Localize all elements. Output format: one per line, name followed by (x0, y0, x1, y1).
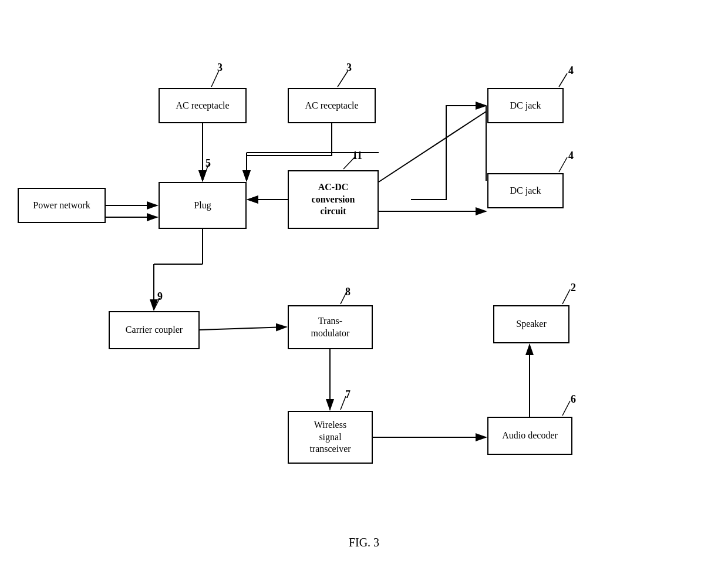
power-network-box: Power network (18, 188, 106, 223)
label-7: 7 (345, 389, 350, 401)
label-9: 9 (157, 291, 163, 303)
wireless-transceiver-label: Wirelesssignaltransceiver (309, 419, 350, 455)
ac-receptacle-2-label: AC receptacle (305, 100, 358, 112)
transmodulator-label: Trans-modulator (311, 315, 350, 340)
label-3a: 3 (217, 62, 223, 74)
speaker-box: Speaker (493, 305, 569, 343)
dc-jack-1-box: DC jack (487, 88, 564, 123)
ac-receptacle-1-box: AC receptacle (159, 88, 247, 123)
label-4a: 4 (568, 65, 574, 77)
diagram-container: Power network AC receptacle AC receptacl… (0, 0, 728, 567)
svg-line-24 (559, 157, 567, 172)
arrows-svg-clean (0, 0, 728, 567)
ac-receptacle-2-box: AC receptacle (288, 88, 376, 123)
carrier-coupler-box: Carrier coupler (109, 311, 200, 349)
label-8: 8 (345, 286, 350, 298)
label-3b: 3 (346, 62, 352, 74)
svg-line-23 (559, 73, 567, 87)
dc-jack-2-box: DC jack (487, 173, 564, 208)
dc-jack-2-label: DC jack (510, 185, 541, 197)
speaker-label: Speaker (516, 318, 547, 330)
svg-line-7 (379, 112, 486, 182)
dc-jack-1-label: DC jack (510, 100, 541, 112)
carrier-coupler-label: Carrier coupler (126, 324, 183, 336)
label-2: 2 (571, 282, 576, 294)
svg-line-31 (562, 401, 570, 416)
label-5: 5 (205, 157, 211, 170)
plug-label: Plug (194, 200, 211, 212)
ac-receptacle-1-label: AC receptacle (176, 100, 229, 112)
transmodulator-box: Trans-modulator (288, 305, 373, 349)
ac-dc-label: AC-DCconversioncircuit (312, 181, 355, 218)
arrows-svg (0, 0, 728, 567)
power-network-label: Power network (33, 200, 90, 212)
svg-line-17 (200, 327, 287, 330)
svg-line-30 (562, 289, 570, 304)
ac-dc-box: AC-DCconversioncircuit (288, 170, 379, 229)
audio-decoder-label: Audio decoder (502, 430, 558, 442)
audio-decoder-box: Audio decoder (487, 417, 572, 455)
label-6: 6 (571, 393, 576, 406)
plug-box: Plug (159, 182, 247, 229)
label-11: 11 (352, 150, 362, 162)
wireless-transceiver-box: Wirelesssignaltransceiver (288, 411, 373, 464)
label-4b: 4 (568, 150, 574, 162)
figure-caption: FIG. 3 (349, 536, 379, 549)
